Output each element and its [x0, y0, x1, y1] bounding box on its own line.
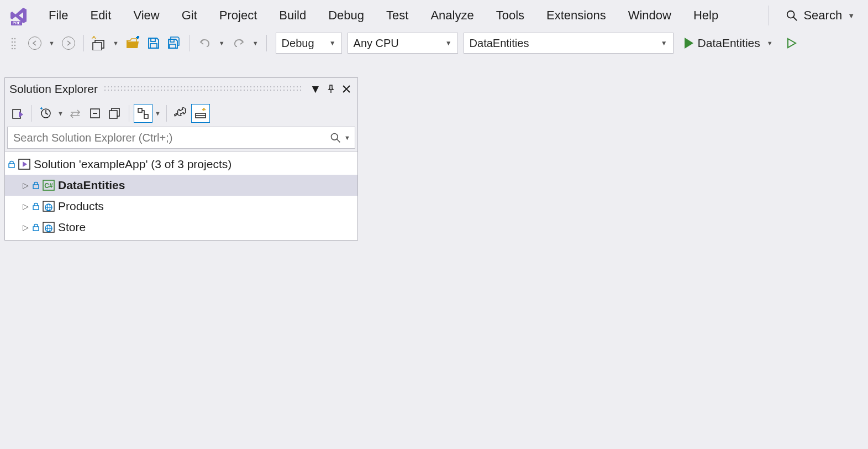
- undo-button[interactable]: [196, 34, 214, 53]
- menu-analyze[interactable]: Analyze: [419, 4, 485, 27]
- chevron-down-icon: ▼: [848, 12, 855, 20]
- menu-debug[interactable]: Debug: [317, 4, 375, 27]
- svg-point-10: [12, 48, 13, 49]
- lock-icon: [33, 202, 39, 210]
- pin-button[interactable]: [324, 82, 338, 96]
- panel-grip[interactable]: [103, 85, 301, 93]
- expander-icon[interactable]: ▷: [22, 202, 29, 211]
- redo-button[interactable]: [229, 34, 248, 53]
- project-label: DataEntities: [58, 179, 125, 192]
- project-node-products[interactable]: ▷ Products: [5, 196, 357, 217]
- menu-bar: PRE File Edit View Git Project Build Deb…: [0, 0, 868, 31]
- open-file-button[interactable]: [123, 34, 142, 53]
- toolbar-separator: [31, 105, 32, 122]
- show-all-files-button[interactable]: [106, 104, 124, 123]
- svg-rect-24: [138, 108, 142, 112]
- menu-window[interactable]: Window: [617, 4, 682, 27]
- menu-test[interactable]: Test: [375, 4, 419, 27]
- svg-rect-40: [33, 227, 39, 231]
- menu-tools[interactable]: Tools: [485, 4, 535, 27]
- svg-text:PRE: PRE: [13, 21, 21, 25]
- svg-rect-41: [43, 222, 54, 232]
- pending-changes-filter-button[interactable]: [36, 104, 55, 123]
- properties-button[interactable]: [171, 104, 190, 123]
- combo-value: Any CPU: [354, 37, 399, 50]
- chevron-down-icon: ▼: [765, 40, 775, 46]
- chevron-down-icon[interactable]: ▼: [46, 40, 57, 46]
- svg-point-4: [12, 38, 13, 39]
- toolbar-separator: [190, 35, 190, 51]
- svg-point-8: [12, 45, 13, 46]
- svg-rect-15: [150, 44, 157, 48]
- start-debugging-button[interactable]: DataEntities ▼: [680, 33, 780, 54]
- solution-platform-combo[interactable]: Any CPU ▼: [348, 33, 458, 54]
- toolbar-separator: [166, 105, 167, 122]
- menu-separator: [769, 6, 769, 25]
- menu-help[interactable]: Help: [682, 4, 729, 27]
- menu-file[interactable]: File: [38, 4, 79, 27]
- menu-git[interactable]: Git: [171, 4, 208, 27]
- play-icon: [685, 38, 693, 49]
- nav-back-button[interactable]: [25, 34, 44, 53]
- panel-toolbar: ▼ ▼: [5, 100, 357, 127]
- svg-rect-35: [33, 206, 39, 210]
- run-label: DataEntities: [698, 36, 760, 50]
- preview-selected-items-button[interactable]: [191, 104, 210, 123]
- lock-icon: [8, 160, 15, 168]
- menu-edit[interactable]: Edit: [79, 4, 122, 27]
- sync-button[interactable]: [66, 104, 85, 123]
- svg-rect-23: [109, 111, 117, 118]
- solution-explorer-panel: Solution Explorer ▼ ▼ ▼: [4, 77, 358, 241]
- web-project-icon: [43, 201, 55, 212]
- expander-icon[interactable]: ▷: [22, 181, 29, 190]
- svg-point-28: [332, 134, 338, 140]
- search-menu[interactable]: Search ▼: [777, 8, 864, 23]
- new-project-button[interactable]: [90, 34, 108, 53]
- nav-forward-button[interactable]: [59, 34, 78, 53]
- search-input[interactable]: [11, 129, 328, 147]
- collapse-all-button[interactable]: [86, 104, 104, 123]
- chevron-down-icon[interactable]: ▼: [56, 110, 65, 117]
- menu-items: File Edit View Git Project Build Debug T…: [38, 4, 729, 27]
- track-active-item-button[interactable]: [134, 104, 152, 123]
- svg-line-3: [793, 17, 797, 20]
- expander-icon[interactable]: ▷: [22, 223, 29, 232]
- solution-config-combo[interactable]: Debug ▼: [276, 33, 342, 54]
- chevron-down-icon[interactable]: ▼: [217, 40, 227, 46]
- search-icon[interactable]: [328, 132, 343, 143]
- chevron-down-icon[interactable]: ▼: [250, 40, 261, 46]
- svg-point-6: [12, 41, 13, 43]
- chevron-down-icon[interactable]: ▼: [111, 40, 121, 46]
- panel-titlebar: Solution Explorer ▼: [5, 78, 357, 100]
- save-button[interactable]: [144, 34, 163, 53]
- svg-text:C#: C#: [44, 182, 53, 190]
- project-node-store[interactable]: ▷ Store: [5, 217, 357, 238]
- main-toolbar: ▼ ▼ ▼ ▼ Debug ▼ Any CPU ▼ DataEntities ▼…: [0, 31, 868, 59]
- menu-extensions[interactable]: Extensions: [535, 4, 617, 27]
- chevron-down-icon[interactable]: ▼: [343, 134, 351, 141]
- solution-label: Solution 'exampleApp' (3 of 3 projects): [34, 158, 232, 171]
- lock-icon: [33, 181, 39, 189]
- project-node-dataentities[interactable]: ▷ C# DataEntities: [5, 175, 357, 196]
- svg-rect-13: [93, 43, 102, 50]
- close-button[interactable]: [340, 82, 353, 96]
- window-position-button[interactable]: ▼: [309, 82, 322, 96]
- toolbar-separator: [266, 35, 267, 51]
- chevron-down-icon: ▼: [323, 39, 336, 47]
- svg-point-11: [14, 48, 15, 49]
- home-button[interactable]: [8, 104, 27, 123]
- search-icon: [786, 9, 798, 22]
- start-without-debugging-button[interactable]: [782, 34, 801, 53]
- chevron-down-icon[interactable]: ▼: [154, 110, 162, 117]
- solution-node[interactable]: Solution 'exampleApp' (3 of 3 projects): [5, 154, 357, 175]
- panel-search-box[interactable]: ▼: [7, 127, 355, 149]
- toolbar-separator: [83, 35, 84, 51]
- lock-icon: [33, 223, 39, 231]
- menu-project[interactable]: Project: [208, 4, 268, 27]
- save-all-button[interactable]: [165, 34, 184, 53]
- search-label: Search: [803, 8, 842, 23]
- startup-project-combo[interactable]: DataEntities ▼: [464, 33, 674, 54]
- menu-view[interactable]: View: [122, 4, 170, 27]
- menu-build[interactable]: Build: [268, 4, 317, 27]
- combo-value: Debug: [282, 37, 314, 50]
